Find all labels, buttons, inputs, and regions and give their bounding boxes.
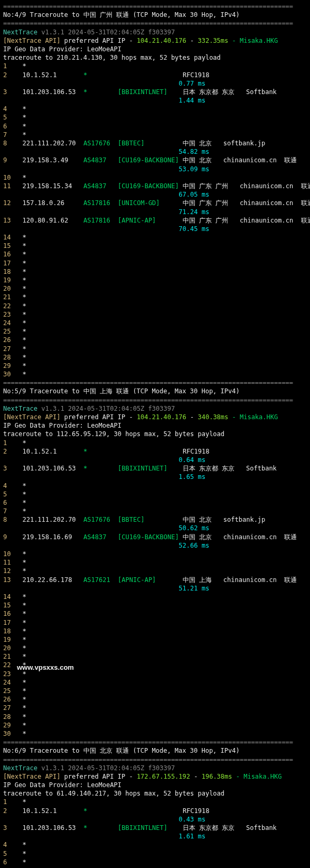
hop-location: 中国 广东 广州 bbox=[183, 182, 228, 190]
hop-timeout-icon: * bbox=[22, 311, 26, 318]
hop-rtt: 53.09 ms bbox=[179, 165, 209, 173]
geo-provider: IP Geo Data Provider: LeoMoeAPI bbox=[3, 781, 307, 789]
hop-timeout-icon: * bbox=[22, 268, 26, 275]
hop-location: 日本 东京都 东京 bbox=[183, 88, 234, 96]
hop-rtt-row: 0.77 ms bbox=[3, 79, 307, 88]
hop-ip: 219.158.16.69 bbox=[22, 533, 83, 541]
hop-number: 14 bbox=[3, 233, 15, 242]
api-rtt: 340.38ms bbox=[198, 413, 228, 421]
hop-rtt: 1.61 ms bbox=[179, 833, 205, 840]
hop-number: 2 bbox=[3, 71, 15, 79]
hop-ip: 10.1.52.1 bbox=[22, 807, 83, 815]
hop-row: 1 * bbox=[3, 798, 307, 806]
api-ip: 172.67.155.192 bbox=[137, 773, 190, 780]
hop-number: 12 bbox=[3, 567, 15, 575]
hop-number: 25 bbox=[3, 687, 15, 695]
hop-number: 1 bbox=[3, 439, 15, 447]
hop-asn: AS17621 bbox=[83, 576, 118, 584]
hop-row: 6 * bbox=[3, 858, 307, 866]
hop-row: 11 * bbox=[3, 558, 307, 567]
hop-number: 27 bbox=[3, 345, 15, 353]
hop-rtt-row: 51.21 ms bbox=[3, 584, 307, 593]
hop-rtt: 1.44 ms bbox=[179, 97, 205, 104]
hop-rtt-row: 1.65 ms bbox=[3, 473, 307, 481]
hop-number: 21 bbox=[3, 652, 15, 661]
geo-provider: IP Geo Data Provider: LeoMoeAPI bbox=[3, 45, 307, 53]
hop-timeout-icon: * bbox=[22, 328, 26, 335]
hop-timeout-icon: * bbox=[22, 850, 26, 857]
hop-location: 中国 广东 广州 bbox=[183, 199, 228, 207]
hop-org: [CU169-BACKBONE] bbox=[118, 182, 183, 190]
hop-row: 12 157.18.0.26 AS17816 [UNICOM-GD] 中国 广东… bbox=[3, 199, 307, 207]
hop-row: 1 * bbox=[3, 439, 307, 447]
hop-number: 6 bbox=[3, 498, 15, 507]
hop-ip: 101.203.106.53 bbox=[22, 88, 83, 96]
trace-title: No:6/9 Traceroute to 中国 北京 联通 (TCP Mode,… bbox=[3, 746, 307, 755]
hop-row: 28 * bbox=[3, 713, 307, 721]
hop-location: RFC1918 bbox=[183, 71, 210, 79]
hop-timeout-icon: * bbox=[22, 559, 26, 566]
hop-rtt: 52.66 ms bbox=[179, 542, 209, 549]
hop-host: Softbank bbox=[246, 465, 277, 472]
hop-row: 28 * bbox=[3, 353, 307, 362]
hop-row: 1 * bbox=[3, 62, 307, 70]
hop-rtt: 67.05 ms bbox=[179, 191, 209, 198]
hop-timeout-icon: * bbox=[22, 62, 26, 70]
hop-number: 9 bbox=[3, 533, 15, 541]
hop-asn: AS17676 bbox=[83, 140, 118, 147]
hop-number: 23 bbox=[3, 670, 15, 678]
hop-number: 16 bbox=[3, 250, 15, 258]
hop-timeout-icon: * bbox=[22, 123, 26, 130]
separator: ========================================… bbox=[3, 396, 307, 404]
brand-name: NextTrace bbox=[3, 764, 37, 772]
hop-location: RFC1918 bbox=[183, 807, 210, 815]
hop-row: 12 * bbox=[3, 567, 307, 575]
hop-host: chinaunicom.cn bbox=[223, 576, 277, 584]
hop-row: 30 * bbox=[3, 730, 307, 738]
hop-row: 25 * bbox=[3, 327, 307, 336]
hop-rtt: 50.62 ms bbox=[179, 524, 209, 532]
hop-location: 中国 北京 bbox=[183, 516, 212, 523]
hop-number: 4 bbox=[3, 105, 15, 113]
nexttrace-header: NextTrace v1.3.1 2024-05-31T02:04:05Z f3… bbox=[3, 764, 307, 772]
hop-rtt-row: 0.43 ms bbox=[3, 815, 307, 824]
hop-number: 26 bbox=[3, 695, 15, 704]
hop-rtt-row: 67.05 ms bbox=[3, 190, 307, 199]
hop-row: 17 * bbox=[3, 618, 307, 627]
hop-number: 24 bbox=[3, 319, 15, 327]
hop-row: 5 * bbox=[3, 849, 307, 858]
hop-timeout-icon: * bbox=[22, 550, 26, 558]
hop-location: 中国 广东 广州 bbox=[183, 217, 228, 224]
hop-row: 24 * bbox=[3, 319, 307, 327]
hop-number: 30 bbox=[3, 370, 15, 378]
brand-name: NextTrace bbox=[3, 29, 37, 36]
hop-timeout-icon: * bbox=[22, 131, 26, 138]
hop-row: 26 * bbox=[3, 336, 307, 344]
hop-ip: 219.158.3.49 bbox=[22, 156, 83, 164]
hop-asn: AS4837 bbox=[83, 533, 118, 541]
hop-rtt-row: 1.61 ms bbox=[3, 832, 307, 841]
hop-rtt: 0.43 ms bbox=[179, 816, 205, 823]
hop-location: 日本 东京都 东京 bbox=[183, 824, 234, 832]
hop-location: RFC1918 bbox=[183, 448, 210, 455]
hop-row: 4 * bbox=[3, 105, 307, 113]
hop-timeout-icon: * bbox=[22, 302, 26, 310]
hop-row: 2 10.1.52.1 * RFC1918 bbox=[3, 71, 307, 79]
hop-org: [UNICOM-GD] bbox=[118, 199, 183, 207]
hop-org: [BBTEC] bbox=[118, 140, 183, 147]
hop-host: softbank.jp bbox=[223, 516, 265, 523]
brand-version: v1.3.1 2024-05-31T02:04:05Z f303397 bbox=[41, 405, 175, 412]
hop-org bbox=[118, 71, 183, 79]
hop-row: 21 * bbox=[3, 652, 307, 661]
hop-timeout-icon: * bbox=[22, 482, 26, 490]
hop-row: 19 * bbox=[3, 276, 307, 284]
hop-number: 17 bbox=[3, 618, 15, 627]
hop-number: 11 bbox=[3, 182, 15, 190]
hop-row: 9 219.158.3.49 AS4837 [CU169-BACKBONE] 中… bbox=[3, 156, 307, 164]
hop-number: 4 bbox=[3, 482, 15, 490]
hop-row: 7 * bbox=[3, 131, 307, 139]
hop-number: 22 bbox=[3, 302, 15, 310]
hop-number: 27 bbox=[3, 704, 15, 712]
hop-number: 26 bbox=[3, 336, 15, 344]
hop-row: 8 221.111.202.70 AS17676 [BBTEC] 中国 北京 s… bbox=[3, 515, 307, 524]
